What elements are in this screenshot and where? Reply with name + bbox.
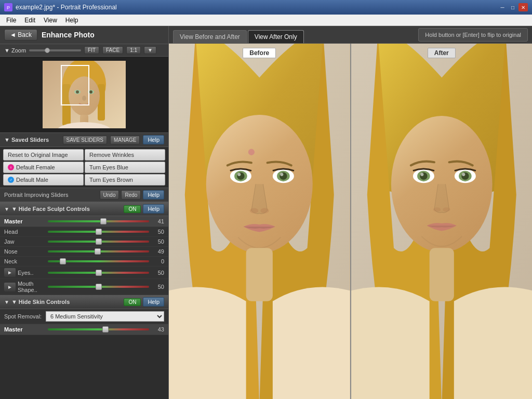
skin-controls-toggle-icon: ▼ [4, 299, 9, 305]
svg-point-24 [280, 173, 283, 176]
turn-eyes-brown-button[interactable]: Turn Eyes Brown [85, 174, 165, 185]
saved-sliders-header: ▼ Saved Sliders SAVE SLIDERS MANAGE Help [0, 133, 168, 147]
master-value: 41 [151, 218, 164, 224]
eyes-slider-row: ►Eyes.. 50 [0, 267, 168, 279]
mouth-expand-button[interactable]: ► [4, 283, 16, 291]
svg-point-10 [89, 90, 92, 94]
nose-slider[interactable] [48, 248, 149, 255]
neck-value: 0 [151, 258, 164, 264]
images-area: Before [169, 44, 532, 399]
turn-eyes-blue-label: Turn Eyes Blue [89, 164, 128, 170]
back-area: ◄ Back Enhance Photo [0, 26, 168, 44]
back-button[interactable]: ◄ Back [4, 29, 37, 41]
menu-view[interactable]: View [39, 16, 61, 25]
portrait-help-button[interactable]: Help [143, 190, 164, 200]
svg-point-36 [420, 173, 423, 176]
skin-controls-header[interactable]: ▼ ▼ Hide Skin Controls ON Help [0, 295, 168, 309]
eyes-thumb[interactable] [96, 270, 102, 276]
menu-help[interactable]: Help [61, 16, 83, 25]
skin-controls-on-button[interactable]: ON [124, 298, 141, 306]
face-sculpt-on-button[interactable]: ON [124, 205, 141, 213]
save-sliders-button[interactable]: SAVE SLIDERS [63, 136, 108, 144]
after-pane: After [351, 44, 533, 399]
head-thumb[interactable] [96, 229, 102, 235]
jaw-thumb[interactable] [96, 238, 102, 245]
svg-point-25 [250, 208, 258, 213]
mouth-thumb[interactable] [96, 284, 102, 290]
head-slider-row: Head 50 [0, 227, 168, 237]
sliders-panel: ▼ ▼ Hide Face Sculpt Controls ON Help Ma… [0, 202, 168, 399]
nose-thumb[interactable] [95, 248, 101, 255]
spot-removal-label: Spot Removal: [4, 313, 46, 320]
one-to-one-button[interactable]: 1:1 [126, 46, 141, 54]
reset-label: Reset to Original Image [8, 152, 68, 158]
neck-label: Neck [4, 258, 46, 264]
mouth-slider-row: ►Mouth Shape.. 50 [0, 279, 168, 295]
head-slider[interactable] [48, 229, 149, 235]
undo-button[interactable]: Undo [100, 190, 119, 200]
zoom-settings-button[interactable]: ▼ [144, 46, 156, 54]
female-icon: ♀ [8, 164, 14, 170]
eyes-value: 50 [151, 270, 164, 276]
head-value: 50 [151, 229, 164, 235]
svg-rect-40 [429, 248, 454, 301]
remove-wrinkles-button[interactable]: Remove Wrinkles [85, 149, 165, 161]
jaw-label: Jaw [4, 238, 46, 245]
tab-before-after[interactable]: View Before and After [173, 30, 247, 43]
eyes-label: ►Eyes.. [4, 268, 46, 277]
portrait-improving-header: Portrait Improving Sliders Undo Redo Hel… [0, 188, 168, 202]
title-bar: P example2.jpg* - Portrait Professional … [0, 0, 532, 15]
skin-master-slider[interactable] [48, 326, 149, 332]
turn-eyes-brown-label: Turn Eyes Brown [89, 177, 133, 183]
face-sculpt-help-button[interactable]: Help [143, 204, 164, 214]
neck-slider[interactable] [48, 258, 149, 264]
maximize-button[interactable]: □ [508, 3, 517, 11]
before-label: Before [243, 48, 276, 58]
thumbnail [43, 61, 126, 128]
redo-button[interactable]: Redo [121, 190, 141, 200]
eyes-slider[interactable] [48, 270, 149, 276]
face-sculpt-label: ▼ Hide Face Sculpt Controls [11, 206, 124, 212]
skin-controls-help-button[interactable]: Help [143, 297, 164, 307]
menu-file[interactable]: File [2, 16, 20, 25]
svg-point-26 [260, 208, 269, 213]
fit-button[interactable]: FIT [84, 46, 99, 54]
menu-edit[interactable]: Edit [20, 16, 39, 25]
close-button[interactable]: ✕ [518, 3, 528, 11]
zoom-slider[interactable] [29, 49, 81, 51]
thumbnail-selection [61, 65, 89, 105]
left-panel: ◄ Back Enhance Photo ▼ Zoom FIT FACE 1:1… [0, 26, 169, 399]
neck-thumb[interactable] [60, 258, 66, 264]
skin-master-value: 43 [151, 326, 164, 332]
remove-wrinkles-label: Remove Wrinkles [89, 152, 134, 158]
before-image [169, 44, 350, 399]
tab-after-only[interactable]: View After Only [248, 30, 304, 43]
zoom-thumb[interactable] [45, 48, 50, 53]
reset-button[interactable]: Reset to Original Image [3, 149, 84, 161]
eyes-expand-button[interactable]: ► [4, 268, 16, 277]
saved-sliders-help[interactable]: Help [143, 135, 164, 144]
turn-eyes-blue-button[interactable]: Turn Eyes Blue [85, 162, 165, 173]
window-controls[interactable]: ─ □ ✕ [498, 3, 528, 11]
preset-grid: Reset to Original Image Remove Wrinkles … [0, 147, 168, 188]
master-slider[interactable] [48, 218, 149, 224]
skin-master-thumb[interactable] [102, 326, 109, 332]
saved-sliders-label: ▼ Saved Sliders [4, 137, 60, 143]
minimize-button[interactable]: ─ [498, 3, 507, 11]
manage-button[interactable]: MANAGE [110, 136, 140, 144]
nose-label: Nose [4, 248, 46, 255]
zoom-label: ▼ Zoom [4, 47, 26, 54]
default-female-button[interactable]: ♀ Default Female [3, 162, 84, 173]
face-button[interactable]: FACE [102, 46, 123, 54]
spot-removal-select[interactable]: 1 Low Sensitivity 3 Low-Medium Sensitivi… [46, 311, 164, 322]
master-thumb[interactable] [100, 218, 107, 224]
svg-point-37 [462, 173, 465, 176]
face-sculpt-header[interactable]: ▼ ▼ Hide Face Sculpt Controls ON Help [0, 202, 168, 216]
face-sculpt-toggle-icon: ▼ [4, 206, 9, 212]
mouth-slider[interactable] [48, 284, 149, 290]
jaw-slider[interactable] [48, 238, 149, 245]
after-image [351, 44, 533, 399]
default-male-button[interactable]: ♂ Default Male [3, 174, 84, 185]
skin-master-label: Master [4, 326, 46, 332]
svg-point-23 [237, 173, 241, 176]
